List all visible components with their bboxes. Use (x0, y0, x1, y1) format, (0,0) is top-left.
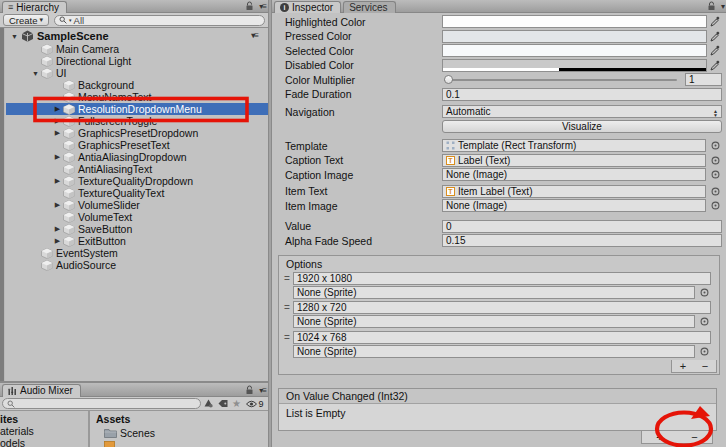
inspector-tabbar: i Inspector Services ▾ (272, 0, 726, 13)
search-input[interactable]: ▾ All (54, 15, 265, 26)
expand-arrow[interactable]: ▶ (52, 237, 63, 245)
create-button[interactable]: Create ▾ (3, 14, 49, 26)
options-footer: + − (279, 360, 719, 374)
hierarchy-item[interactable]: ▼ UI (6, 67, 268, 79)
hierarchy-item[interactable]: ▶ AntiaAliasingDropdown (6, 151, 268, 163)
reorder-handle-icon[interactable]: = (281, 272, 293, 299)
object-picker-icon[interactable] (695, 317, 711, 326)
pressed-color-field[interactable] (442, 30, 707, 43)
expand-arrow[interactable]: ▶ (52, 105, 63, 113)
remove-event-button[interactable]: − (687, 432, 701, 443)
option-text-input[interactable]: 1920 x 1080 (293, 272, 711, 285)
hierarchy-item[interactable]: TextureQualityText (6, 187, 268, 199)
caption-text-object-field[interactable]: T Label (Text) (442, 154, 706, 167)
expand-arrow[interactable]: ▼ (9, 33, 20, 40)
hierarchy-item[interactable]: Main Camera (6, 43, 268, 55)
selected-color-field[interactable] (442, 44, 707, 57)
item-image-object-field[interactable]: None (Image) (442, 199, 706, 212)
hierarchy-item[interactable]: VolumeText (6, 211, 268, 223)
project-folder-item[interactable]: odels (0, 437, 88, 447)
hierarchy-item[interactable]: EventSystem (6, 247, 268, 259)
option-sprite-field[interactable]: None (Sprite) (293, 286, 695, 299)
scene-menu-icon[interactable]: ▾≡ (251, 31, 258, 40)
option-text-input[interactable]: 1024 x 768 (293, 331, 711, 344)
add-event-button[interactable]: + (652, 432, 666, 443)
favorite-star-icon[interactable]: ★ (230, 398, 243, 410)
add-option-button[interactable]: + (676, 361, 690, 372)
eyedropper-icon[interactable] (707, 60, 722, 71)
option-text-input[interactable]: 1280 x 720 (293, 301, 711, 314)
expand-arrow[interactable]: ▶ (52, 201, 63, 209)
template-object-field[interactable]: Template (Rect Transform) (442, 139, 706, 152)
pane-menu-icon[interactable]: ▾ (721, 2, 724, 11)
option-sprite-field[interactable]: None (Sprite) (293, 345, 695, 358)
color-multiplier-input[interactable]: 1 (685, 73, 722, 86)
expand-arrow[interactable]: ▶ (52, 129, 63, 137)
lock-icon[interactable] (245, 385, 254, 395)
disabled-color-field[interactable] (442, 59, 707, 72)
caption-image-object-field[interactable]: None (Image) (442, 168, 706, 181)
object-picker-icon[interactable] (706, 187, 722, 196)
reorder-handle-icon[interactable]: = (281, 301, 293, 328)
search-by-type-icon[interactable] (202, 398, 215, 410)
eyedropper-icon[interactable] (707, 16, 722, 27)
eyedropper-icon[interactable] (707, 31, 722, 42)
highlighted-color-field[interactable] (442, 15, 707, 28)
hierarchy-item[interactable]: AntiAliasingText (6, 163, 268, 175)
lock-icon[interactable] (245, 1, 254, 11)
eyedropper-icon[interactable] (707, 45, 722, 56)
hierarchy-panel: ≡ Hierarchy ▾≡ Create ▾ ▾ All (0, 0, 268, 381)
gameobject-cube-icon (41, 68, 53, 79)
option-sprite-field[interactable]: None (Sprite) (293, 315, 695, 328)
tab-inspector[interactable]: i Inspector (274, 1, 341, 13)
navigation-dropdown[interactable]: Automatic ▲▼ (442, 105, 722, 118)
hierarchy-item[interactable]: AudioSource (6, 259, 268, 271)
expand-arrow[interactable]: ▶ (52, 177, 63, 185)
pane-menu-icon[interactable]: ▾≡ (259, 386, 266, 395)
hierarchy-item[interactable]: Directional Light (6, 55, 268, 67)
hierarchy-item[interactable]: ▶ FullscreenToggle (6, 115, 268, 127)
hierarchy-item[interactable]: GraphicsPresetText (6, 139, 268, 151)
alpha-fade-speed-input[interactable]: 0.15 (442, 234, 722, 247)
object-picker-icon[interactable] (706, 201, 722, 210)
visibility-eye-icon[interactable]: 9 (244, 398, 266, 410)
expand-arrow[interactable]: ▶ (52, 153, 63, 161)
reorder-handle-icon[interactable]: = (281, 331, 293, 358)
visualize-button[interactable]: Visualize (442, 120, 722, 133)
lock-icon[interactable] (707, 1, 716, 11)
item-text-object-field[interactable]: T Item Label (Text) (442, 185, 706, 198)
hierarchy-item[interactable]: ▶ VolumeSlider (6, 199, 268, 211)
value-input[interactable]: 0 (442, 220, 722, 233)
expand-arrow[interactable]: ▶ (52, 225, 63, 233)
fade-duration-input[interactable]: 0.1 (442, 88, 722, 101)
object-picker-icon[interactable] (706, 156, 722, 165)
hierarchy-item[interactable]: MenuNameText (6, 91, 268, 103)
object-picker-icon[interactable] (706, 141, 722, 150)
asset-item-partial[interactable] (96, 439, 268, 447)
remove-option-button[interactable]: − (698, 361, 712, 372)
hierarchy-item[interactable]: ▶ TextureQualityDropdown (6, 175, 268, 187)
expand-arrow[interactable]: ▶ (52, 117, 63, 125)
color-multiplier-slider[interactable] (442, 73, 679, 86)
expand-arrow[interactable]: ▼ (30, 70, 41, 77)
project-folder-item[interactable]: aterials (0, 425, 88, 437)
tab-audio-mixer[interactable]: Audio Mixer (2, 384, 81, 397)
tab-hierarchy[interactable]: ≡ Hierarchy (2, 1, 67, 13)
tab-services[interactable]: Services (343, 1, 395, 13)
project-search-input[interactable] (2, 398, 201, 409)
slider-handle[interactable] (444, 75, 453, 84)
asset-item-scenes[interactable]: Scenes (96, 426, 268, 439)
object-picker-icon[interactable] (706, 170, 722, 179)
pane-menu-icon[interactable]: ▾≡ (259, 2, 266, 11)
gameobject-cube-icon (63, 116, 75, 127)
hierarchy-item[interactable]: Background (6, 79, 268, 91)
hierarchy-item[interactable]: ▶ GraphicsPresetDropdown (6, 127, 268, 139)
object-picker-icon[interactable] (695, 288, 711, 297)
project-folder-item[interactable]: ites (0, 413, 88, 425)
hierarchy-item[interactable]: ▶ ResolutionDropdownMenu (6, 103, 268, 115)
hierarchy-item[interactable]: ▶ ExitButton (6, 235, 268, 247)
search-by-label-icon[interactable] (216, 398, 229, 410)
object-picker-icon[interactable] (695, 347, 711, 356)
hierarchy-item[interactable]: ▶ SaveButton (6, 223, 268, 235)
scene-row[interactable]: ▼ SampleScene ▾≡ (0, 29, 268, 43)
